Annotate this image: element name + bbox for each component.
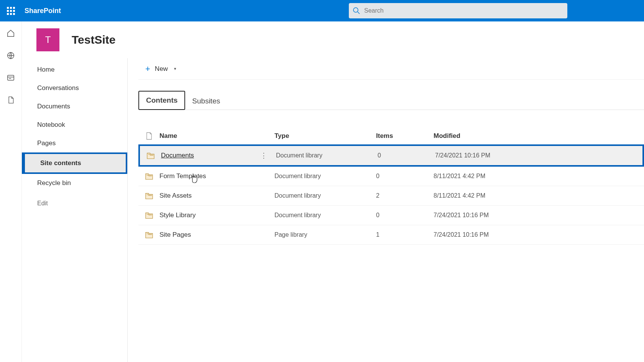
nav-documents[interactable]: Documents <box>22 97 127 116</box>
row-name[interactable]: Form Templates <box>159 172 250 180</box>
plus-icon: + <box>145 65 150 73</box>
row-modified: 7/24/2021 10:16 PM <box>434 212 533 219</box>
table-row-inner[interactable]: Form TemplatesDocument library08/11/2021… <box>138 167 644 186</box>
row-name[interactable]: Style Library <box>159 211 250 219</box>
table-row: Form TemplatesDocument library08/11/2021… <box>138 167 644 186</box>
row-items: 0 <box>378 152 435 159</box>
table-row-inner[interactable]: Style LibraryDocument library07/24/2021 … <box>138 206 644 225</box>
content-area: + New ▾ Contents Subsites <box>128 58 644 362</box>
vertical-rail <box>0 21 22 362</box>
tab-contents[interactable]: Contents <box>138 91 185 110</box>
library-icon <box>138 231 159 239</box>
nav-site-contents[interactable]: Site contents <box>25 154 126 172</box>
row-name[interactable]: Site Assets <box>159 192 250 200</box>
new-button-label: New <box>155 65 168 73</box>
globe-icon[interactable] <box>7 51 15 60</box>
row-modified: 8/11/2021 4:42 PM <box>434 173 533 180</box>
nav-notebook[interactable]: Notebook <box>22 116 127 134</box>
row-type: Document library <box>274 212 376 219</box>
svg-rect-3 <box>8 75 14 80</box>
svg-point-0 <box>353 8 358 12</box>
svg-line-1 <box>358 12 360 14</box>
site-title[interactable]: TestSite <box>72 33 115 46</box>
site-header: T TestSite <box>22 21 644 58</box>
table-header-row: Name Type Items Modified <box>138 128 644 144</box>
row-type: Document library <box>274 173 376 180</box>
row-name[interactable]: Site Pages <box>159 231 250 239</box>
library-icon <box>140 152 161 159</box>
header-modified[interactable]: Modified <box>434 132 533 140</box>
header-name[interactable]: Name <box>159 132 274 140</box>
nav-pages[interactable]: Pages <box>22 134 127 152</box>
header-icon-col[interactable] <box>138 132 159 140</box>
row-type: Page library <box>274 231 376 238</box>
tabs: Contents Subsites <box>138 90 644 110</box>
row-modified: 7/24/2021 10:16 PM <box>435 152 535 159</box>
file-icon <box>146 132 152 140</box>
nav-home[interactable]: Home <box>22 61 127 79</box>
row-items: 0 <box>376 173 434 180</box>
header-items[interactable]: Items <box>376 132 434 140</box>
search-icon <box>353 7 360 15</box>
nav-edit[interactable]: Edit <box>22 195 127 212</box>
table-row: Site AssetsDocument library28/11/2021 4:… <box>138 186 644 206</box>
row-items: 2 <box>376 192 434 199</box>
more-actions-icon[interactable]: ⋮ <box>251 151 276 160</box>
table-row: Site PagesPage library17/24/2021 10:16 P… <box>138 225 644 245</box>
row-modified: 8/11/2021 4:42 PM <box>434 192 533 199</box>
contents-table: Name Type Items Modified Documents⋮Docum… <box>138 128 644 245</box>
chevron-down-icon: ▾ <box>174 66 176 71</box>
table-row-inner[interactable]: Site AssetsDocument library28/11/2021 4:… <box>138 186 644 205</box>
table-row: Documents⋮Document library07/24/2021 10:… <box>138 144 644 167</box>
search-box[interactable] <box>349 3 567 18</box>
search-input[interactable] <box>360 7 564 14</box>
nav-recycle-bin[interactable]: Recycle bin <box>22 174 127 192</box>
news-icon[interactable] <box>7 74 15 82</box>
command-bar: + New ▾ <box>138 58 644 80</box>
row-items: 0 <box>376 212 434 219</box>
app-launcher[interactable] <box>0 0 21 21</box>
library-icon <box>138 192 159 200</box>
table-row: Style LibraryDocument library07/24/2021 … <box>138 206 644 225</box>
site-logo[interactable]: T <box>36 28 59 51</box>
library-icon <box>138 211 159 219</box>
row-name[interactable]: Documents <box>161 152 251 159</box>
row-type: Document library <box>274 192 376 199</box>
row-items: 1 <box>376 231 434 238</box>
table-row-inner[interactable]: Site PagesPage library17/24/2021 10:16 P… <box>138 225 644 244</box>
row-type: Document library <box>276 152 378 159</box>
nav-conversations[interactable]: Conversations <box>22 79 127 97</box>
new-button[interactable]: + New ▾ <box>141 62 180 75</box>
waffle-icon <box>7 7 15 15</box>
suite-bar: SharePoint <box>0 0 644 21</box>
tab-subsites[interactable]: Subsites <box>185 92 227 110</box>
search-wrap <box>349 3 567 18</box>
home-icon[interactable] <box>7 29 15 38</box>
app-name[interactable]: SharePoint <box>25 7 61 15</box>
files-icon[interactable] <box>7 96 15 104</box>
nav-highlight: Site contents <box>22 152 127 174</box>
sidebar-nav: Home Conversations Documents Notebook Pa… <box>22 58 128 362</box>
library-icon <box>138 172 159 180</box>
row-modified: 7/24/2021 10:16 PM <box>434 231 533 238</box>
table-row-inner[interactable]: Documents⋮Document library07/24/2021 10:… <box>140 146 642 165</box>
header-type[interactable]: Type <box>274 132 376 140</box>
